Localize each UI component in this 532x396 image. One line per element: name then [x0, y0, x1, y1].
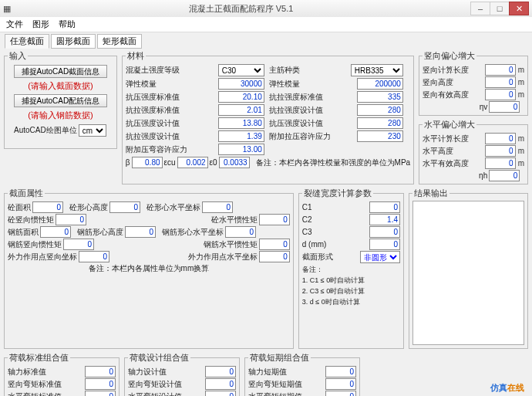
eccH-legend: 水平偏心增大 [423, 119, 476, 130]
fcd2-label: 抗压强度设计值 [269, 118, 323, 129]
fld2-input[interactable] [357, 104, 403, 116]
maximize-button[interactable]: □ [490, 2, 510, 15]
steel-area[interactable] [40, 226, 71, 238]
rebar-label: 主筋种类 [269, 65, 300, 76]
etav-label: ηv [480, 103, 488, 111]
ecu-label: εcu [164, 158, 176, 167]
emod2-label: 弹性模量 [269, 79, 300, 90]
rebar-select[interactable]: HRB335 [351, 64, 403, 76]
sec-ch[interactable] [109, 201, 140, 213]
eccH-len-label: 水平计算长度 [423, 134, 469, 144]
window-title: 混凝土正截面配筋程序 V5.1 [11, 3, 471, 15]
sec-area[interactable] [32, 201, 63, 213]
fld-input[interactable] [218, 130, 264, 142]
emod2-input[interactable] [357, 78, 403, 90]
eccY-len-label: 竖向计算长度 [423, 65, 469, 76]
eccH-eff-label: 水平有效高度 [423, 158, 469, 169]
steel-ch[interactable] [125, 226, 156, 238]
steel-iy[interactable] [63, 239, 94, 250]
fyc2-label: 附加拉压容许应力 [269, 131, 331, 142]
tab-circle[interactable]: 圆形截面 [51, 34, 96, 49]
fcd-label: 抗压强度设计值 [126, 118, 180, 129]
sec-ix[interactable] [259, 214, 290, 225]
cap-section-btn[interactable]: 捕捉AutoCAD截面信息 [14, 65, 107, 78]
flk2-label: 抗拉强度标准值 [269, 92, 323, 103]
emod-input[interactable] [218, 78, 264, 90]
cap-rebar-btn[interactable]: 捕捉AutoCAD配筋信息 [14, 94, 107, 107]
eccH-ht[interactable] [485, 145, 516, 157]
watermark: 仿真在线 [490, 378, 524, 394]
std-n[interactable] [85, 366, 116, 377]
eccH-eff[interactable] [485, 157, 516, 169]
st-mx[interactable] [325, 391, 356, 396]
fcd2-input[interactable] [357, 117, 403, 129]
fld-label: 抗拉强度设计值 [126, 131, 180, 142]
fld2-label: 抗拉强度设计值 [269, 105, 323, 116]
c3[interactable] [369, 226, 400, 238]
etah[interactable] [489, 170, 520, 181]
fyc2-input[interactable] [357, 130, 403, 142]
rebar-note: (请输入钢筋数据) [14, 110, 107, 121]
flk-label: 抗拉强度标准值 [126, 105, 180, 116]
menu-shape[interactable]: 图形 [32, 19, 49, 30]
etav[interactable] [489, 101, 520, 113]
load-std-legend: 荷载标准组合值 [8, 352, 70, 364]
eccY-eff[interactable] [485, 89, 516, 100]
flk-input[interactable] [218, 104, 264, 116]
crack-legend: 裂缝宽度计算参数 [302, 188, 373, 199]
sec-iy[interactable] [56, 214, 86, 225]
unit-select[interactable]: cm [79, 124, 106, 137]
beta-input[interactable] [132, 157, 163, 168]
eccH-len[interactable] [485, 133, 516, 144]
force-y[interactable] [79, 251, 109, 262]
dsn-my[interactable] [205, 378, 236, 390]
menu-file[interactable]: 文件 [6, 19, 23, 30]
crack-type[interactable]: 非圆形 [360, 251, 400, 263]
unit-label: AutoCAD绘图单位 [14, 125, 77, 136]
flk2-input[interactable] [357, 91, 403, 103]
eccY-len[interactable] [485, 64, 516, 76]
d[interactable] [369, 239, 400, 250]
load-dsn-legend: 荷载设计组合值 [128, 352, 190, 364]
c1[interactable] [369, 201, 400, 213]
output-text[interactable] [412, 201, 524, 345]
dsn-mx[interactable] [205, 391, 236, 396]
fyc-label: 附加压弯容许应力 [126, 144, 187, 155]
eccY-legend: 竖向偏心增大 [423, 50, 476, 62]
fcd-input[interactable] [218, 117, 264, 129]
grade-select[interactable]: C30 [218, 64, 264, 76]
title-bar: ▦ 混凝土正截面配筋程序 V5.1 – □ ✕ [0, 0, 532, 17]
e0-label: ε0 [210, 158, 217, 167]
steel-ix[interactable] [259, 239, 290, 250]
fck-label: 抗压强度标准值 [126, 92, 180, 103]
tab-rect[interactable]: 矩形截面 [97, 34, 142, 49]
ecu-input[interactable] [177, 157, 208, 168]
fyc-input[interactable] [218, 144, 264, 155]
eccY-ht[interactable] [485, 76, 516, 88]
sec-cw[interactable] [202, 201, 233, 213]
load-st-legend: 荷载短期组合值 [248, 352, 311, 364]
eccH-ht-label: 水平高度 [423, 146, 453, 157]
beta-label: β [126, 158, 130, 167]
material-legend: 材料 [126, 50, 146, 62]
eccY-eff-label: 竖向有效高度 [423, 90, 469, 100]
tab-any-section[interactable]: 任意截面 [5, 34, 49, 49]
section-note: (请输入截面数据) [14, 80, 107, 92]
etah-label: ηh [479, 171, 487, 180]
steel-cw[interactable] [225, 226, 256, 238]
minimize-button[interactable]: – [470, 2, 490, 15]
std-my[interactable] [85, 378, 116, 390]
fck-input[interactable] [218, 91, 264, 103]
e0-input[interactable] [219, 157, 250, 168]
emod-label: 弹性模量 [126, 79, 157, 90]
grade-label: 混凝土强度等级 [126, 65, 180, 76]
menu-help[interactable]: 帮助 [59, 19, 76, 30]
close-button[interactable]: ✕ [509, 2, 529, 15]
st-n[interactable] [325, 366, 356, 377]
secprop-legend: 截面属性 [8, 188, 45, 199]
dsn-n[interactable] [205, 366, 236, 377]
st-my[interactable] [325, 378, 356, 390]
std-mx[interactable] [85, 391, 116, 396]
force-x[interactable] [259, 251, 290, 262]
c2[interactable] [369, 214, 400, 225]
